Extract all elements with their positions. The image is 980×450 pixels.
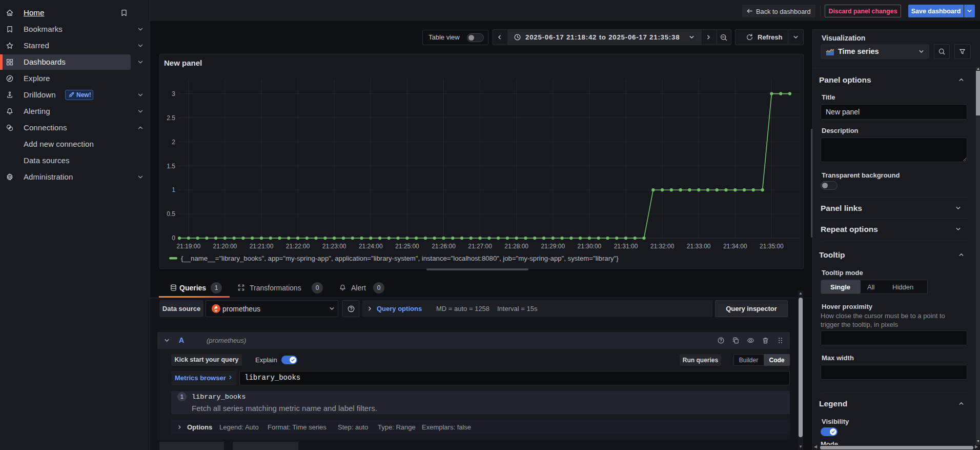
svg-text:21:24:00: 21:24:00 (359, 243, 383, 250)
svg-text:21:19:00: 21:19:00 (176, 243, 200, 250)
svg-text:21:27:00: 21:27:00 (468, 243, 492, 250)
svg-text:21:35:00: 21:35:00 (760, 243, 784, 250)
svg-text:0: 0 (172, 234, 175, 242)
svg-text:1.5: 1.5 (167, 163, 175, 170)
svg-text:21:20:00: 21:20:00 (213, 243, 237, 250)
svg-text:2: 2 (172, 139, 175, 146)
svg-text:21:30:00: 21:30:00 (578, 243, 602, 250)
svg-text:21:34:00: 21:34:00 (723, 243, 747, 250)
svg-text:21:31:00: 21:31:00 (614, 243, 638, 250)
svg-text:21:25:00: 21:25:00 (395, 243, 419, 250)
svg-text:21:28:00: 21:28:00 (504, 243, 528, 250)
svg-text:3: 3 (172, 90, 175, 97)
svg-text:21:23:00: 21:23:00 (322, 243, 346, 250)
svg-text:21:33:00: 21:33:00 (687, 243, 711, 250)
svg-text:21:29:00: 21:29:00 (541, 243, 565, 250)
svg-text:0.5: 0.5 (167, 210, 175, 218)
svg-text:2.5: 2.5 (167, 114, 175, 122)
svg-text:21:26:00: 21:26:00 (432, 243, 456, 250)
svg-text:21:32:00: 21:32:00 (650, 243, 675, 250)
svg-text:21:22:00: 21:22:00 (286, 243, 310, 250)
svg-text:1: 1 (172, 186, 175, 193)
svg-text:21:21:00: 21:21:00 (250, 243, 274, 250)
